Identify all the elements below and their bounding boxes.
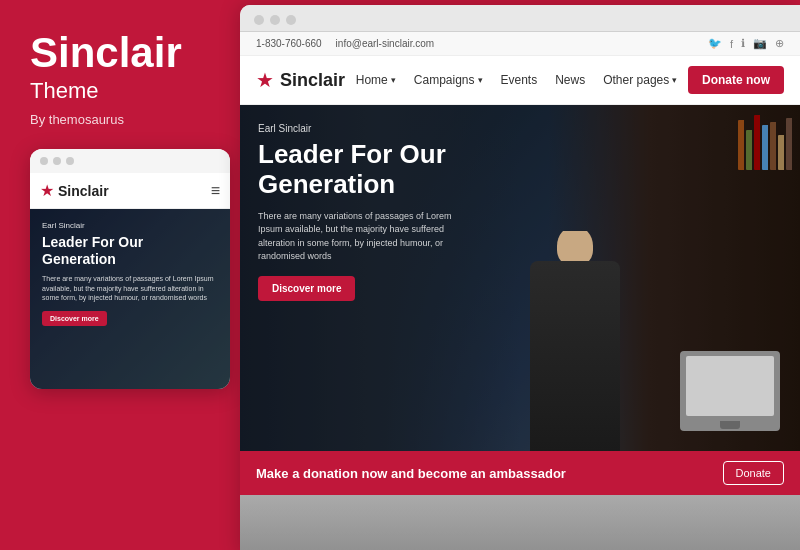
site-nav-links: Home ▾ Campaigns ▾ Events News Other pag… [356,73,677,87]
nav-events[interactable]: Events [501,73,538,87]
mobile-dot-3 [66,157,74,165]
chevron-down-icon: ▾ [672,75,677,85]
building-image [240,495,800,550]
mobile-logo-text: Sinclair [58,183,109,199]
twitter-icon[interactable]: 🐦 [708,37,722,50]
hero-person-silhouette [510,231,640,451]
mobile-hero: Earl Sinclair Leader For Our Generation … [30,209,230,389]
mobile-preview-card: ★ Sinclair ≡ Earl Sinclair Leader For Ou… [30,149,230,389]
nav-home[interactable]: Home ▾ [356,73,396,87]
hero-content: Earl Sinclair Leader For Our Generation … [258,123,468,301]
browser-dot-3 [286,15,296,25]
theme-by: By themosaurus [30,112,220,127]
donate-banner-button[interactable]: Donate [723,461,784,485]
books-decoration [738,115,792,170]
topbar-left: 1-830-760-660 info@earl-sinclair.com [256,38,434,49]
nav-other-pages[interactable]: Other pages ▾ [603,73,677,87]
mobile-hero-tag: Earl Sinclair [42,221,218,230]
mobile-top-bar [30,149,230,173]
topbar-phone: 1-830-760-660 [256,38,322,49]
browser-dot-2 [270,15,280,25]
mobile-logo-wrap: ★ Sinclair [40,181,109,200]
hero-discover-button[interactable]: Discover more [258,276,355,301]
theme-title: Sinclair [30,30,220,76]
site-star-icon: ★ [256,68,274,92]
theme-subtitle: Theme [30,78,220,104]
nav-news[interactable]: News [555,73,585,87]
topbar-right: 🐦 f ℹ 📷 ⊕ [708,37,784,50]
mobile-dot-2 [53,157,61,165]
mobile-discover-button[interactable]: Discover more [42,311,107,326]
person-body [530,261,620,451]
hero-title: Leader For Our Generation [258,140,468,200]
mobile-dot-1 [40,157,48,165]
left-panel: Sinclair Theme By themosaurus ★ Sinclair… [0,0,240,550]
hamburger-icon[interactable]: ≡ [211,182,220,200]
browser-chrome [240,5,800,32]
monitor-stand [720,421,740,429]
hero-tag: Earl Sinclair [258,123,468,134]
nav-donate-button[interactable]: Donate now [688,66,784,94]
monitor-screen [686,356,774,416]
browser-dot-1 [254,15,264,25]
donate-banner: Make a donation now and become an ambass… [240,451,800,495]
hero-body: There are many variations of passages of… [258,210,468,264]
site-nav: ★ Sinclair Home ▾ Campaigns ▾ Events New… [240,56,800,105]
site-logo-text: Sinclair [280,70,345,91]
topbar-email: info@earl-sinclair.com [336,38,435,49]
site-logo-wrap: ★ Sinclair [256,68,345,92]
hero-monitor [680,351,780,431]
instagram-icon[interactable]: 📷 [753,37,767,50]
mobile-hero-body: There are many variations of passages of… [42,274,218,303]
mobile-nav: ★ Sinclair ≡ [30,173,230,209]
website: 1-830-760-660 info@earl-sinclair.com 🐦 f… [240,32,800,550]
site-topbar: 1-830-760-660 info@earl-sinclair.com 🐦 f… [240,32,800,56]
mobile-hero-overlay: Earl Sinclair Leader For Our Generation … [30,209,230,389]
star-icon: ★ [40,181,54,200]
nav-campaigns[interactable]: Campaigns ▾ [414,73,483,87]
site-bottom-preview [240,495,800,550]
site-hero: Earl Sinclair Leader For Our Generation … [240,105,800,451]
mobile-hero-title: Leader For Our Generation [42,234,218,268]
chevron-down-icon: ▾ [391,75,396,85]
facebook-icon[interactable]: f [730,38,733,50]
donate-banner-text: Make a donation now and become an ambass… [256,466,566,481]
browser-wrapper: 1-830-760-660 info@earl-sinclair.com 🐦 f… [240,5,800,550]
info-icon[interactable]: ℹ [741,37,745,50]
chevron-down-icon: ▾ [478,75,483,85]
social-icon[interactable]: ⊕ [775,37,784,50]
